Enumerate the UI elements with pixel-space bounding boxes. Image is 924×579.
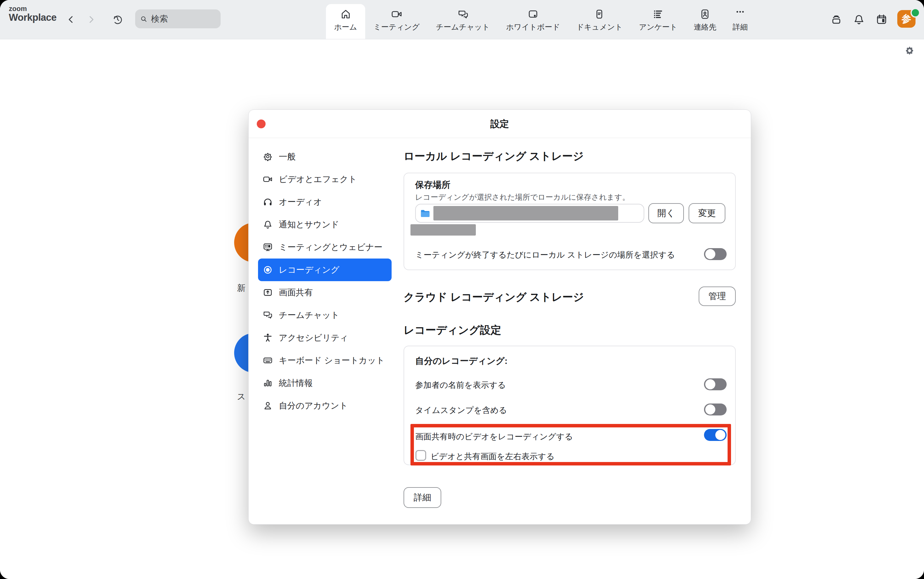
sidebar-item-label: 自分のアカウント <box>279 400 348 411</box>
change-button-label: 変更 <box>698 207 716 219</box>
recording-settings-heading: レコーディング設定 <box>404 323 501 337</box>
video-icon <box>262 174 273 185</box>
toggle-knob <box>705 404 715 414</box>
settings-dialog: 設定 一般 ビデオとエフェクト オーディオ 通知とサウンド ミーティング <box>248 110 751 525</box>
choose-location-toggle[interactable] <box>704 248 727 260</box>
gear-icon <box>905 46 914 56</box>
back-button[interactable] <box>64 13 78 26</box>
forward-button[interactable] <box>84 13 98 26</box>
manage-button-label: 管理 <box>709 290 726 302</box>
advanced-button[interactable]: 詳細 <box>404 487 441 508</box>
chevron-left-icon <box>67 15 75 24</box>
record-icon <box>262 265 273 275</box>
side-by-side-label: ビデオと共有画面を左右表示する <box>430 451 554 462</box>
change-button[interactable]: 変更 <box>689 203 725 223</box>
sidebar-item-team-chat[interactable]: チームチャット <box>258 304 392 327</box>
tab-docs[interactable]: ドキュメント <box>568 4 631 39</box>
settings-main-pane: ローカル レコーディング ストレージ 保存場所 レコーディングが選択された場所で… <box>404 110 736 524</box>
sidebar-item-label: アクセシビリティ <box>279 332 348 343</box>
search-box[interactable] <box>135 10 221 28</box>
record-video-during-share-toggle[interactable] <box>704 429 727 441</box>
save-location-help: レコーディングが選択された場所でローカルに保存されます。 <box>415 192 630 202</box>
tab-label: チームチャット <box>436 22 490 32</box>
sidebar-item-statistics[interactable]: 統計情報 <box>258 372 392 394</box>
show-participant-names-toggle[interactable] <box>704 378 727 390</box>
sidebar-item-general[interactable]: 一般 <box>258 145 392 168</box>
keyboard-icon <box>262 355 273 366</box>
tab-whiteboard[interactable]: ホワイトボード <box>498 4 568 39</box>
calendar-icon <box>875 13 888 26</box>
tab-contacts[interactable]: 連絡先 <box>686 4 724 39</box>
cloud-recording-storage-heading: クラウド レコーディング ストレージ <box>404 290 584 304</box>
zoom-workplace-logo: zoom Workplace <box>9 5 57 23</box>
open-button[interactable]: 開く <box>649 203 684 223</box>
notifications-button[interactable] <box>853 13 865 26</box>
tab-label: ドキュメント <box>576 22 623 32</box>
sidebar-item-recording[interactable]: レコーディング <box>258 258 392 281</box>
statistics-icon <box>262 378 273 388</box>
side-by-side-checkbox[interactable] <box>416 450 426 461</box>
sidebar-item-accessibility[interactable]: アクセシビリティ <box>258 327 392 349</box>
sidebar-item-video-effects[interactable]: ビデオとエフェクト <box>258 168 392 191</box>
manage-button[interactable]: 管理 <box>699 286 736 306</box>
sidebar-item-label: オーディオ <box>279 196 322 208</box>
monitor-grid-icon <box>262 242 273 252</box>
sidebar-item-audio[interactable]: オーディオ <box>258 191 392 213</box>
sidebar-item-keyboard-shortcuts[interactable]: キーボード ショートカット <box>258 349 392 372</box>
toggle-knob <box>705 379 715 389</box>
tab-meetings[interactable]: ミーティング <box>365 4 428 39</box>
recording-path-field[interactable] <box>415 204 644 222</box>
my-recordings-label: 自分のレコーディング: <box>415 355 508 367</box>
tab-more[interactable]: 詳細 <box>724 4 756 39</box>
sidebar-item-label: キーボード ショートカット <box>279 355 385 366</box>
tab-home[interactable]: ホーム <box>326 4 365 39</box>
tab-team-chat[interactable]: チームチャット <box>428 4 498 39</box>
home-settings-gear-button[interactable] <box>905 46 914 56</box>
search-icon <box>140 15 147 23</box>
sidebar-item-meetings-webinars[interactable]: ミーティングとウェビナー <box>258 236 392 258</box>
logo-workplace-text: Workplace <box>9 13 57 23</box>
tab-surveys[interactable]: アンケート <box>631 4 686 39</box>
redacted-path-text-2 <box>411 224 476 236</box>
sidebar-item-my-account[interactable]: 自分のアカウント <box>258 394 392 417</box>
tab-label: ミーティング <box>373 22 420 32</box>
share-screen-button[interactable] <box>830 13 842 26</box>
search-input[interactable] <box>150 14 216 24</box>
include-timestamp-toggle[interactable] <box>704 404 727 415</box>
share-screen-icon <box>262 287 273 298</box>
save-location-label: 保存場所 <box>415 179 450 191</box>
history-button[interactable] <box>111 13 124 26</box>
cast-icon <box>830 13 842 26</box>
record-video-during-share-label: 画面共有時のビデオをレコーディングする <box>415 431 573 442</box>
sidebar-item-label: 一般 <box>279 151 296 162</box>
docs-icon <box>594 8 605 20</box>
calendar-button[interactable] <box>875 13 888 26</box>
app-window: 新 ス zoom Workplace <box>0 0 924 579</box>
sidebar-item-screen-share[interactable]: 画面共有 <box>258 281 392 304</box>
advanced-button-label: 詳細 <box>414 492 431 504</box>
meetings-icon <box>391 8 402 20</box>
team-chat-icon <box>262 310 273 321</box>
show-participant-names-label: 参加者の名前を表示する <box>415 379 506 391</box>
gear-icon <box>262 151 273 162</box>
top-bar: zoom Workplace ホーム <box>0 0 924 39</box>
sidebar-item-label: 統計情報 <box>279 378 313 389</box>
presence-status-dot <box>911 8 920 18</box>
whiteboard-icon <box>527 8 539 20</box>
annotation-highlight-box: 画面共有時のビデオをレコーディングする ビデオと共有画面を左右表示する <box>411 424 731 466</box>
surveys-icon <box>652 8 664 20</box>
sidebar-item-label: ミーティングとウェビナー <box>279 242 383 253</box>
history-icon <box>112 14 123 25</box>
home-icon <box>340 8 351 20</box>
sidebar-item-label: 画面共有 <box>279 287 313 298</box>
contacts-icon <box>699 8 711 20</box>
person-icon <box>262 401 273 411</box>
tab-label: ホーム <box>334 22 357 32</box>
bell-icon <box>262 219 273 230</box>
recording-settings-card: 自分のレコーディング: 参加者の名前を表示する タイムスタンプを含める 画面共有… <box>404 346 736 465</box>
folder-icon <box>420 208 430 219</box>
sidebar-item-notifications-sounds[interactable]: 通知とサウンド <box>258 213 392 236</box>
tab-label: ホワイトボード <box>506 22 560 32</box>
include-timestamp-label: タイムスタンプを含める <box>415 405 507 416</box>
open-button-label: 開く <box>657 207 675 219</box>
